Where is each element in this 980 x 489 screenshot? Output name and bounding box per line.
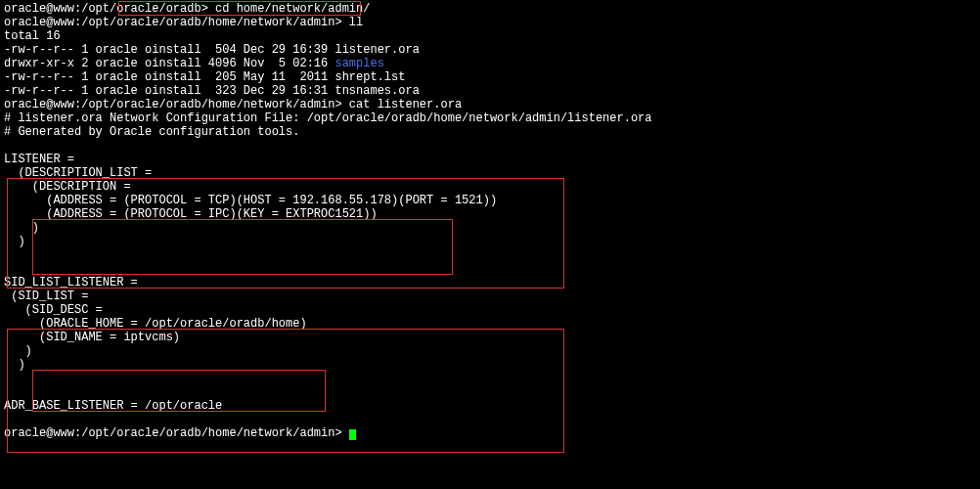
terminal-line: [4, 248, 976, 262]
terminal-line: [4, 139, 976, 153]
terminal-line: # listener.ora Network Configuration Fil…: [4, 111, 976, 125]
terminal-line: (ADDRESS = (PROTOCOL = IPC)(KEY = EXTPRO…: [4, 207, 976, 221]
terminal-line: ): [4, 235, 976, 248]
shell-prompt: oracle@www:/opt/oracle/oradb/home/networ…: [4, 426, 349, 440]
terminal-line: SID_LIST_LISTENER =: [4, 276, 976, 289]
terminal-line: total 16: [4, 29, 976, 43]
terminal-line: oracle@www:/opt/oracle/oradb/home/networ…: [4, 16, 976, 29]
terminal-line: -rw-r--r-- 1 oracle oinstall 323 Dec 29 …: [4, 84, 976, 98]
terminal-line: (ORACLE_HOME = /opt/oracle/oradb/home): [4, 317, 976, 331]
terminal-line: (DESCRIPTION_LIST =: [4, 166, 976, 180]
terminal-line: [4, 385, 976, 399]
shell-prompt: oracle@www:/opt/oracle/oradb/home/networ…: [4, 98, 349, 111]
command-text: cat listener.ora: [349, 98, 462, 111]
terminal-line: (DESCRIPTION =: [4, 180, 976, 194]
terminal-line: (SID_LIST =: [4, 289, 976, 303]
cursor-icon: [349, 429, 356, 440]
command-text: ll: [349, 16, 363, 29]
command-text: cd home/network/admin/: [215, 2, 370, 16]
terminal-line: LISTENER =: [4, 153, 976, 166]
terminal-line: [4, 372, 976, 385]
terminal-line: oracle@www:/opt/oracle/oradb> cd home/ne…: [4, 2, 976, 16]
terminal-line: oracle@www:/opt/oracle/oradb/home/networ…: [4, 98, 976, 111]
terminal-line: ): [4, 344, 976, 358]
terminal-line: ): [4, 358, 976, 372]
terminal-line: # Generated by Oracle configuration tool…: [4, 125, 976, 139]
shell-prompt: oracle@www:/opt/oracle/oradb/home/networ…: [4, 16, 349, 29]
terminal-line: [4, 262, 976, 276]
terminal-line: -rw-r--r-- 1 oracle oinstall 504 Dec 29 …: [4, 43, 976, 57]
terminal-line: ): [4, 221, 976, 235]
terminal-line: [4, 413, 976, 426]
terminal-line: (SID_NAME = iptvcms): [4, 331, 976, 344]
shell-prompt: oracle@www:/opt/oracle/oradb>: [4, 2, 215, 16]
terminal-line: drwxr-xr-x 2 oracle oinstall 4096 Nov 5 …: [4, 57, 976, 70]
terminal-line: (ADDRESS = (PROTOCOL = TCP)(HOST = 192.1…: [4, 194, 976, 207]
terminal-line: -rw-r--r-- 1 oracle oinstall 205 May 11 …: [4, 70, 976, 84]
terminal-line: ADR_BASE_LISTENER = /opt/oracle: [4, 399, 976, 413]
directory-name: samples: [334, 57, 383, 70]
terminal-line[interactable]: oracle@www:/opt/oracle/oradb/home/networ…: [4, 426, 976, 440]
terminal-line: (SID_DESC =: [4, 303, 976, 317]
